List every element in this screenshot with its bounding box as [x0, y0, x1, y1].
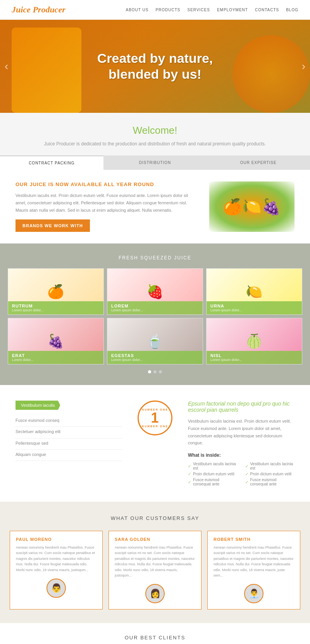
- welcome-title: Welcome!: [8, 124, 302, 136]
- contract-title: OUR JUICE IS NOW AVAILABLE ALL YEAR ROUN…: [16, 181, 198, 187]
- inside-grid: ✓ Vestibulum iaculis lacinia est ✓ Vesti…: [188, 462, 294, 486]
- nav-blog[interactable]: BLOG: [286, 8, 298, 12]
- juice-card-urna[interactable]: 🍋 URNA Lorem ipsum dolor...: [206, 268, 302, 315]
- inside-item-3: ✓ Proin dictum eutum velit: [188, 472, 238, 476]
- number-right: Epsum factorial non depo quid pro quo hi…: [188, 401, 294, 486]
- number-left: Vestibulum iaculis Fusce euismod conseq …: [16, 401, 122, 461]
- juice-card-egestas[interactable]: 🍵 EGESTAS Lorem ipsum dolor...: [107, 318, 203, 364]
- hero-section: Created by nature, blended by us! ‹ ›: [0, 20, 310, 113]
- nav-services[interactable]: SERVICES: [188, 8, 210, 12]
- testimonial-text-paul: Aenean nonummy hendrerit mau Phasellus. …: [16, 545, 96, 573]
- testimonial-grid: PAUL MORENO Aenean nonummy hendrerit mau…: [10, 531, 300, 609]
- clients-title: OUR BEST CLIENTS: [8, 635, 302, 641]
- list-item-2: Sectetuer adipiscing elit: [16, 427, 122, 438]
- number-one-badge: NUMBER ONE 1 NUMBER ONE: [138, 401, 172, 435]
- inside-item-5: ✓ Fusce euismod consequat ante: [188, 478, 238, 486]
- contract-body: Vestibulum iaculis est. Proin dictum eut…: [16, 192, 198, 214]
- testimonial-avatar-sara: 👩: [145, 584, 165, 603]
- fresh-section: FRESH SQUEEZED JUICE 🍊 RUTRUM Lorem ipsu…: [0, 243, 310, 385]
- juice-card-erat[interactable]: 🍇 ERAT Lorem dolor...: [8, 318, 104, 364]
- number-text: Vestibulum iaculis lacinia est. Proin di…: [188, 418, 294, 447]
- welcome-section: Welcome! Juice Producer is dedicated to …: [0, 113, 310, 155]
- juice-card-rutrum[interactable]: 🍊 RUTRUM Lorem ipsum dolor...: [8, 268, 104, 315]
- tab-contract-packing[interactable]: CONTRACT PACKING: [0, 155, 103, 170]
- badge-bottom-text: NUMBER ONE: [142, 425, 168, 428]
- list-item-4: Aliquam congue: [16, 450, 122, 461]
- testimonial-name-robert: ROBERT SMITH: [214, 537, 294, 542]
- inside-title: What is inside:: [188, 452, 294, 458]
- hero-next-button[interactable]: ›: [302, 60, 305, 73]
- juice-label: NISL Lorem ipsum dolor...: [207, 351, 302, 364]
- juice-card-nisl[interactable]: 🍈 NISL Lorem ipsum dolor...: [206, 318, 302, 364]
- testimonials-section: WHAT OUR CUSTOMERS SAY PAUL MORENO Aenea…: [0, 502, 310, 623]
- contract-text: OUR JUICE IS NOW AVAILABLE ALL YEAR ROUN…: [16, 181, 198, 232]
- testimonial-avatar-robert: 👨‍💼: [244, 584, 264, 603]
- check-icon: ✓: [245, 472, 248, 476]
- number-list: Fusce euismod conseq Sectetuer adipiscin…: [16, 416, 122, 461]
- hero-prev-button[interactable]: ‹: [5, 60, 8, 73]
- service-tabs: CONTRACT PACKING DISTRIBUTION OUR EXPERT…: [0, 155, 310, 170]
- testimonial-card-paul: PAUL MORENO Aenean nonummy hendrerit mau…: [10, 531, 103, 609]
- nav-employment[interactable]: EMPLOYMENT: [217, 8, 248, 12]
- welcome-description: Juice Producer is dedicated to the produ…: [8, 140, 302, 148]
- brands-button[interactable]: BRANDS WE WORK WITH: [16, 219, 90, 232]
- check-icon: ✓: [188, 464, 191, 468]
- check-icon: ✓: [188, 480, 191, 484]
- check-icon: ✓: [245, 464, 248, 468]
- header: Juice Producer ABOUT US PRODUCTS SERVICE…: [0, 0, 310, 20]
- hero-text: Created by nature, blended by us!: [97, 50, 213, 82]
- testimonial-card-sara: SARA GOLDEN Aenean nonummy hendrerit mau…: [108, 531, 202, 609]
- inside-item-2: ✓ Vestibulum iaculis lacinia est: [245, 462, 295, 470]
- juice-label: URNA Lorem ipsum dolor...: [207, 301, 302, 314]
- testimonial-card-robert: ROBERT SMITH Aenean nonummy hendrerit ma…: [207, 531, 300, 609]
- juice-card-lorem[interactable]: 🍓 LOREM Lorem ipsum dolor...: [107, 268, 203, 315]
- testimonial-name-paul: PAUL MORENO: [16, 537, 96, 542]
- inside-item-4: ✓ Proin dictum eutum velit: [245, 472, 295, 476]
- carousel-dot-2[interactable]: [153, 370, 157, 373]
- contract-section: OUR JUICE IS NOW AVAILABLE ALL YEAR ROUN…: [0, 170, 310, 243]
- check-icon: ✓: [188, 472, 191, 476]
- juice-grid: 🍊 RUTRUM Lorem ipsum dolor... 🍓 LOREM Lo…: [8, 268, 302, 364]
- testimonial-name-sara: SARA GOLDEN: [115, 537, 195, 542]
- nav-contacts[interactable]: CONTACTS: [255, 8, 279, 12]
- site-logo[interactable]: Juice Producer: [12, 5, 65, 15]
- contract-image: 🍊🍋🍇: [209, 181, 294, 232]
- carousel-dots: [8, 370, 302, 373]
- list-item-3: Pellentesque sed: [16, 439, 122, 450]
- testimonial-text-robert: Aenean nonummy hendrerit mau Phasellus. …: [214, 545, 294, 578]
- testimonial-avatar-paul: 👨: [46, 578, 66, 598]
- nav-about[interactable]: ABOUT US: [126, 8, 148, 12]
- juice-label: EGESTAS Lorem ipsum dolor...: [107, 351, 203, 364]
- tab-our-expertise[interactable]: OUR EXPERTISE: [207, 155, 310, 170]
- juice-label: LOREM Lorem ipsum dolor...: [107, 301, 203, 314]
- fresh-title: FRESH SQUEEZED JUICE: [8, 255, 302, 261]
- tab-distribution[interactable]: DISTRIBUTION: [103, 155, 207, 170]
- number-one-section: Vestibulum iaculis Fusce euismod conseq …: [0, 385, 310, 502]
- check-icon: ✓: [245, 480, 248, 484]
- main-nav: ABOUT US PRODUCTS SERVICES EMPLOYMENT CO…: [126, 8, 298, 12]
- carousel-dot-3[interactable]: [159, 370, 162, 373]
- clients-section: OUR BEST CLIENTS 🌟 GOOD 🍒 GOOD Just Juic…: [0, 623, 310, 644]
- testimonial-text-sara: Aenean nonummy hendrerit mau Phasellus. …: [115, 545, 195, 578]
- vestibulum-badge: Vestibulum iaculis: [16, 401, 60, 410]
- list-item-1: Fusce euismod conseq: [16, 416, 122, 427]
- carousel-dot-1[interactable]: [148, 370, 151, 373]
- inside-item-1: ✓ Vestibulum iaculis lacinia est: [188, 462, 238, 470]
- hero-headline: Created by nature, blended by us!: [97, 50, 213, 82]
- juice-label: ERAT Lorem dolor...: [8, 351, 103, 364]
- nav-products[interactable]: PRODUCTS: [155, 8, 180, 12]
- badge-number: 1: [151, 411, 159, 425]
- testimonials-title: WHAT OUR CUSTOMERS SAY: [10, 515, 300, 521]
- juice-label: RUTRUM Lorem ipsum dolor...: [8, 301, 103, 314]
- number-heading: Epsum factorial non depo quid pro quo hi…: [188, 401, 294, 413]
- inside-item-6: ✓ Fusce euismod consequat ante: [245, 478, 295, 486]
